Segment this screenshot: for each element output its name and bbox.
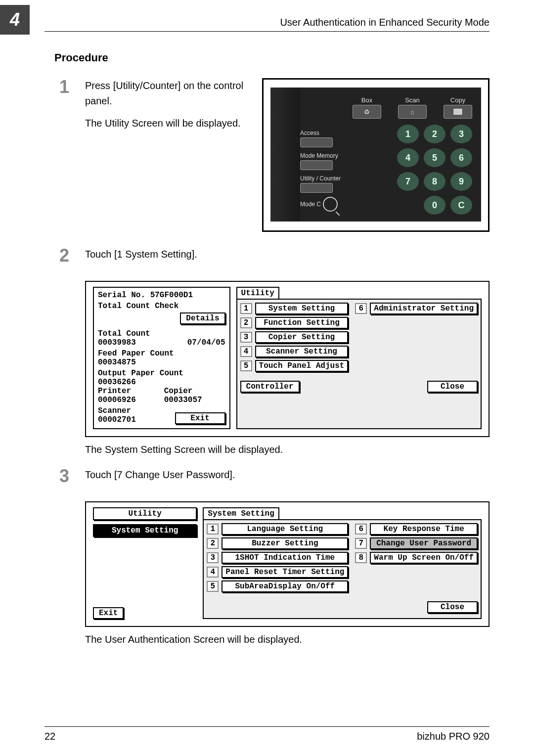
panel-mode-memory-button[interactable] [300, 160, 333, 170]
page-number: 22 [44, 731, 55, 742]
panel-scan-label: Scan [398, 96, 427, 104]
menu-item-2[interactable]: 2Function Setting [240, 317, 349, 329]
menu-item-label: System Setting [255, 303, 349, 314]
menu-item-8[interactable]: 8Warm Up Screen On/Off [355, 552, 478, 564]
menu-item-label: Touch Panel Adjust [255, 360, 349, 372]
menu-item-number: 2 [207, 538, 219, 549]
chapter-tab: 4 [0, 5, 30, 35]
total-count-date: 07/04/05 [187, 338, 225, 347]
menu-item-label: Function Setting [255, 317, 349, 329]
feed-paper-value: 00034875 [98, 358, 225, 367]
menu-item-label: Language Setting [222, 523, 348, 535]
menu-item-6[interactable]: 6Key Response Time [355, 523, 478, 535]
menu-item-number: 8 [355, 552, 367, 563]
keypad-0-button[interactable]: 0 [424, 196, 445, 215]
menu-item-number: 3 [240, 332, 252, 343]
menu-item-label: Change User Password [370, 537, 478, 549]
control-panel-figure: Box ♻ Scan ⌂ Copy [262, 78, 490, 232]
numeric-keypad: 1234567890C [397, 125, 472, 215]
serial-no-value: 57GF000D1 [150, 291, 193, 300]
menu-item-number: 1 [207, 524, 219, 534]
menu-item-label: Buzzer Setting [222, 537, 348, 549]
panel-copy-button[interactable]: Copy [444, 96, 472, 119]
keypad-2-button[interactable]: 2 [424, 125, 445, 143]
menu-item-number: 1 [240, 303, 252, 314]
printer-label: Printer [98, 387, 159, 396]
keypad-3-button[interactable]: 3 [450, 125, 472, 143]
utility-screen-figure: Serial No. 57GF000D1 Total Count Check D… [85, 281, 490, 437]
system-setting-screen-figure: Utility System Setting Exit System Setti… [85, 501, 490, 627]
menu-item-7[interactable]: 7Change User Password [355, 537, 478, 549]
menu-item-6[interactable]: 6Administrator Setting [355, 303, 478, 314]
menu-item-number: 6 [355, 303, 367, 314]
menu-item-number: 5 [207, 581, 219, 592]
panel-box-button[interactable]: Box ♻ [353, 96, 381, 119]
panel-utility-counter-button[interactable] [300, 183, 333, 193]
menu-item-4[interactable]: 4Scanner Setting [240, 346, 349, 357]
keypad-c-button[interactable]: C [450, 196, 472, 215]
magnifier-icon [323, 197, 338, 212]
step-number-3: 3 [59, 467, 85, 489]
menu-item-label: Key Response Time [370, 523, 478, 535]
copy-icon [452, 108, 463, 116]
feed-paper-label: Feed Paper Count [98, 349, 225, 358]
step-1-text-b: The Utility Screen will be displayed. [85, 116, 248, 131]
total-count-value: 00039983 [98, 338, 136, 347]
utility-title: Utility [236, 287, 279, 299]
scanner-value: 00002701 [98, 415, 136, 424]
step-2-result: The System Setting Screen will be displa… [85, 444, 490, 455]
menu-item-label: Scanner Setting [255, 346, 349, 357]
menu-item-number: 4 [207, 567, 219, 578]
menu-item-label: Panel Reset Timer Setting [222, 566, 348, 578]
menu-item-5[interactable]: 5Touch Panel Adjust [240, 360, 349, 372]
keypad-5-button[interactable]: 5 [424, 148, 445, 167]
product-name: bizhub PRO 920 [417, 731, 490, 742]
panel-scan-button[interactable]: Scan ⌂ [398, 96, 427, 119]
step-number-2: 2 [59, 247, 85, 269]
menu-item-number: 5 [240, 360, 252, 371]
total-count-label: Total Count [98, 329, 225, 338]
close-button-2[interactable]: Close [427, 601, 478, 613]
menu-item-2[interactable]: 2Buzzer Setting [207, 537, 348, 549]
panel-box-label: Box [353, 96, 381, 104]
exit-button[interactable]: Exit [175, 412, 225, 424]
controller-button[interactable]: Controller [240, 381, 300, 393]
nav-system-setting-button[interactable]: System Setting [93, 524, 197, 537]
total-count-check-label: Total Count Check [98, 302, 225, 311]
menu-item-1[interactable]: 1Language Setting [207, 523, 348, 535]
output-paper-label: Output Paper Count [98, 369, 225, 378]
nav-utility-button[interactable]: Utility [93, 507, 197, 520]
step-3-text: Touch [7 Change User Password]. [85, 467, 490, 483]
copier-label: Copier [164, 387, 225, 396]
exit-button-2[interactable]: Exit [93, 607, 124, 619]
menu-item-4[interactable]: 4Panel Reset Timer Setting [207, 566, 348, 578]
recycle-icon: ♻ [364, 108, 370, 116]
menu-item-5[interactable]: 5SubAreaDisplay On/Off [207, 580, 348, 592]
menu-item-label: Administrator Setting [370, 303, 478, 314]
keypad-8-button[interactable]: 8 [424, 172, 445, 191]
panel-mode-check-label: Mode C [300, 201, 321, 208]
keypad-1-button[interactable]: 1 [397, 125, 419, 143]
menu-item-3[interactable]: 3Copier Setting [240, 331, 349, 343]
close-button[interactable]: Close [427, 381, 478, 393]
step-number-1: 1 [59, 78, 85, 138]
details-button[interactable]: Details [180, 312, 225, 324]
keypad-9-button[interactable]: 9 [450, 172, 472, 191]
copier-value: 00033057 [164, 396, 225, 404]
menu-item-number: 7 [355, 538, 367, 549]
panel-access-button[interactable] [300, 137, 333, 147]
panel-mode-memory-label: Mode Memory [300, 152, 355, 159]
step-1-text-a: Press [Utility/Counter] on the control p… [85, 78, 248, 109]
keypad-7-button[interactable]: 7 [397, 172, 419, 191]
menu-item-number: 3 [207, 552, 219, 563]
menu-item-1[interactable]: 1System Setting [240, 303, 349, 314]
keypad-4-button[interactable]: 4 [397, 148, 419, 167]
menu-item-label: Copier Setting [255, 331, 349, 343]
menu-item-label: 1SHOT Indication Time [222, 552, 348, 564]
svg-rect-0 [454, 109, 462, 115]
serial-no-label: Serial No. [98, 291, 145, 300]
menu-item-3[interactable]: 31SHOT Indication Time [207, 552, 348, 564]
keypad-6-button[interactable]: 6 [450, 148, 472, 167]
step-3-result: The User Authentication Screen will be d… [85, 634, 490, 645]
output-paper-value: 00036266 [98, 378, 225, 387]
